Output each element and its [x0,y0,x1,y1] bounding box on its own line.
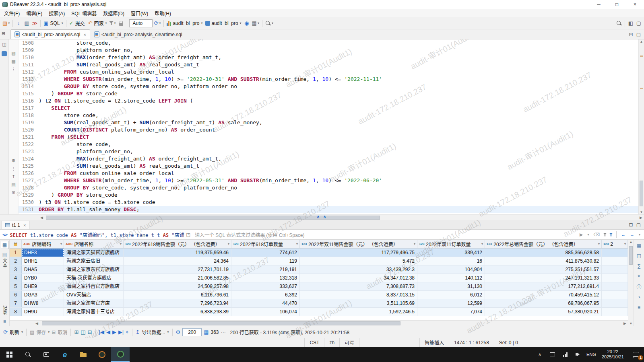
grid-vertical-scrollbar[interactable]: ▲ ▼ [628,240,634,326]
app-button-1[interactable] [93,347,111,362]
fetch-pages-icon[interactable]: ▦ [204,329,208,335]
filter-input[interactable]: 输入一个 SQL 表达式来过滤结果 (使用 Ctrl+Space) [192,231,576,238]
perspective-full-icon[interactable]: ▢ [635,19,642,28]
column-filter-caret-icon[interactable]: ▾ [296,242,298,246]
notification-center-button[interactable]: 1 [628,347,644,362]
tray-volume-button[interactable] [572,347,585,362]
abort-query-icon[interactable]: ≫ [31,19,38,28]
cell-r3c1[interactable]: DHA5 [22,265,64,274]
cell-r2c1[interactable]: DHH1 [22,257,64,265]
first-row-icon[interactable]: |◀ [99,329,104,335]
cell-r4c6[interactable]: 140,112 [417,274,485,282]
column-filter-caret-icon[interactable]: ▾ [414,242,415,246]
cell-r6c5[interactable]: 8,837,013.15 [300,291,417,299]
rollback-button[interactable]: ↶回滚▾ [87,19,108,28]
refresh-icon[interactable]: ⟳ [3,329,8,335]
history-back-icon[interactable]: ← [620,232,627,237]
taskbar-search-button[interactable] [19,347,37,362]
cell-r5c7[interactable]: 177,212,691.4 [485,282,602,290]
panel-toggle-icon[interactable]: ≡ [1,318,9,325]
code-line-1511[interactable]: 1511 SUM(real_goods_amt) AS real_goods_a… [19,61,638,68]
cell-r5c8[interactable] [602,282,628,290]
code-line-1529[interactable]: 1529 ) GROUP BY store_code [19,191,638,199]
cell-r6c4[interactable]: 6,392 [231,291,300,299]
script-output-icon[interactable]: ▤ [11,182,15,187]
column-filter-caret-icon[interactable]: ▾ [481,242,483,246]
cell-r1c8[interactable] [602,249,628,257]
add-row-icon[interactable]: ⊞ [74,329,78,335]
references-panel-icon[interactable]: ⌖ [638,273,640,279]
next-row-icon[interactable]: ▶ [112,329,116,335]
cell-r7c7[interactable]: 69,786,067.95 [485,299,602,307]
prev-row-icon[interactable]: ◀ [106,329,110,335]
ie-browser-button[interactable]: e [56,347,74,362]
column-filter-caret-icon[interactable]: ▾ [228,242,229,246]
cell-r5c5[interactable]: 7,308,687.73 [300,282,417,290]
code-line-1510[interactable]: 1510 MAX(order_freight_amt) AS order_fre… [19,54,638,61]
cell-r5c3[interactable]: 24,509,257.98 [124,282,231,290]
close-tab-icon[interactable]: × [83,32,86,37]
menu-item-4[interactable]: SQL 编辑器 [68,10,100,16]
code-line-1527[interactable]: 1527 WHERE SUBSTR(min_order_time, 1, 10)… [19,177,638,184]
value-panel-icon[interactable]: ▦ [637,243,641,249]
expand-query-icon[interactable]: ◳ [186,232,190,237]
editor-settings-gear-icon[interactable]: ⚙ [12,158,16,163]
maximize-results-icon[interactable]: ▢ [636,222,641,228]
grid-row-2[interactable]: 2DHH1海澜之家云店旧24,3641195,47216411,875,430.… [10,257,628,265]
code-line-1512[interactable]: 1512 FROM custom_online_sale_order_local [19,68,638,76]
quick-search-icon[interactable] [615,19,623,28]
column-filter-caret-icon[interactable]: ▾ [598,242,600,246]
filter-settings-icon[interactable] [609,233,613,237]
code-line-1514[interactable]: 1514 GROUP BY store_code, system_order_n… [19,83,638,90]
sash-collapse-icon[interactable]: ∧ ∧ [317,214,327,219]
tab-analysis-sql[interactable]: <audit_bi_pro> analysis.sql × [10,29,90,39]
scroll-right-arrow[interactable]: ▶ [623,321,626,325]
status-caret-position[interactable]: 1474 : 1 : 61258 [449,338,494,347]
grid-view-tab[interactable]: ▦ [1,241,9,249]
code-line-1526[interactable]: 1526 FROM custom_online_sale_order_local [19,170,638,177]
cell-r7c5[interactable]: 3,511,105.69 [300,299,417,307]
cell-r2c2[interactable]: 海澜之家云店旧 [64,257,124,265]
row-number[interactable]: 7 [10,299,22,307]
editor-vertical-scrollbar[interactable]: ▲ ▼ [638,39,644,214]
filter-history-caret-icon[interactable]: ▾ [586,233,590,237]
menu-item-7[interactable]: 帮助(H) [151,10,174,16]
database-select[interactable]: audit_bi_pro▾ [166,19,203,28]
save-button[interactable]: 保存 [36,329,46,335]
apply-filter-icon[interactable]: ▶ [578,232,584,237]
grid-row-1[interactable]: 1DHF3海澜之家天猫官方旗舰店119,375,959.46774,612117… [10,249,628,257]
grid-row-3[interactable]: 3DHA5海澜之家京东官方旗舰店27,731,701.19219,19133,4… [10,265,628,274]
taskbar-clock[interactable]: 20:22 2025/10/21 [598,347,628,362]
code-line-1513[interactable]: 1513 WHERE SUBSTR(min_order_time, 1, 10)… [19,76,638,83]
calc-panel-icon[interactable]: ◔ [638,294,640,300]
cell-r3c8[interactable] [602,265,628,274]
code-line-1531[interactable]: 1531ORDER BY t1.all_sale_money DESC; [19,206,638,213]
metadata-panel-icon[interactable]: ◫ [637,253,641,259]
cell-r6c7[interactable]: 70,459,415.12 [485,291,602,299]
menu-item-6[interactable]: 窗口(W) [128,10,151,16]
info-panel-icon[interactable]: ⓘ [636,283,641,290]
cell-r7c4[interactable]: 44,470 [231,299,300,307]
delete-row-icon[interactable]: ⊟ [88,329,92,335]
cell-r8c5[interactable]: 1,592,246.5 [300,308,417,316]
record-mode-toggle[interactable]: 记录 [1,304,9,316]
code-line-1518[interactable]: 1518 store_code, [19,112,638,119]
cell-r8c1[interactable]: DH9U [22,308,64,316]
overflow-icon[interactable]: ⋯ [221,329,226,335]
cell-r1c6[interactable]: 339,412 [417,249,485,257]
column-header-2[interactable]: ABC店铺名称▾ [64,240,124,248]
grid-horizontal-scrollbar[interactable]: ◀ ▶ [10,320,628,326]
cell-r4c7[interactable]: 247,191,321.33 [485,274,602,282]
grid-row-4[interactable]: 4DYB0天猫-英氏官方旗舰店21,006,582.85132,31834,34… [10,274,628,282]
app-button-2-active[interactable] [111,347,130,362]
cell-r4c3[interactable]: 21,006,582.85 [124,274,231,282]
cell-r7c2[interactable]: 海澜之家淘宝官方店 [64,299,124,307]
cell-r4c4[interactable]: 132,318 [231,274,300,282]
cell-r5c2[interactable]: 海澜之家抖音官方旗舰店 [64,282,124,290]
fetch-size-input[interactable]: 200 [182,328,202,336]
cell-r3c6[interactable]: 104,904 [417,265,485,274]
cell-r8c3[interactable]: 6,838,298.89 [124,308,231,316]
close-button[interactable]: × [626,0,644,9]
code-line-1516[interactable]: 1516) t2 ON t1.store_code = t2.store_cod… [19,97,638,105]
perspective-layout-icon[interactable]: ◧ [627,19,634,28]
